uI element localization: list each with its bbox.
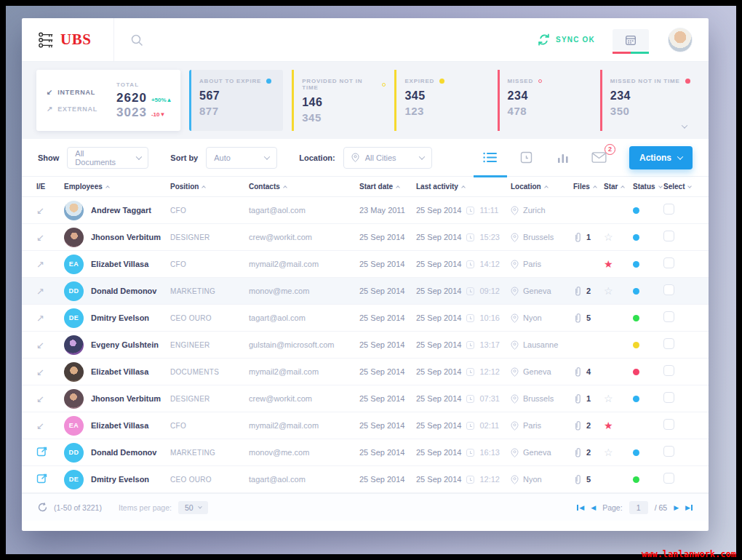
search-icon (130, 33, 143, 47)
column-header[interactable]: I/E (36, 183, 64, 191)
table-row[interactable]: ↙ Jhonson Verbitum DESIGNER crew@workit.… (22, 385, 709, 412)
actions-button[interactable]: Actions (629, 146, 693, 169)
clock-icon (466, 449, 474, 457)
stat-secondary-value: 877 (199, 105, 283, 117)
table-row[interactable]: ↙ EA Elizabet Villasa CFO mymail2@mail.c… (22, 412, 709, 439)
status-dot (633, 234, 639, 241)
table-row[interactable]: ↙ Jhonson Verbitum DESIGNER crew@workit.… (22, 224, 709, 251)
stat-block[interactable]: PROVIDED NOT IN TIME146345 (292, 70, 386, 131)
results-range: (1-50 of 3221) (54, 503, 102, 512)
last-page-button[interactable]: ▶ (685, 504, 693, 511)
stat-block[interactable]: MISSED NOT IN TIME234350 (600, 70, 694, 131)
ubs-logo[interactable]: UBS (38, 31, 113, 49)
position: MARKETING (170, 287, 249, 295)
table-row[interactable]: ↙ Andrew Taggart CFO tagart@aol.com 23 M… (22, 197, 709, 224)
column-header[interactable]: Employees (64, 183, 170, 191)
column-header[interactable]: Location (511, 183, 573, 191)
stat-secondary-value: 123 (404, 105, 488, 117)
schedule-view-tab[interactable] (508, 139, 545, 177)
row-checkbox[interactable] (663, 311, 674, 322)
clock-icon (466, 287, 474, 295)
row-checkbox[interactable] (663, 284, 674, 295)
chart-view-icon (557, 152, 569, 164)
top-header: UBS SYNC OK (22, 18, 709, 62)
column-header[interactable]: Select (663, 183, 694, 191)
table-row[interactable]: ↗ DE Dmitry Evelson CEO OURO tagart@aol.… (22, 305, 709, 332)
location-name: Geneva (523, 287, 551, 295)
table-row[interactable]: DD Donald Demonov MARKETING monov@me.com… (22, 439, 709, 466)
row-checkbox[interactable] (663, 257, 674, 268)
row-checkbox[interactable] (663, 365, 674, 376)
mail-tab[interactable]: 2 (581, 139, 618, 177)
column-header[interactable]: Contacts (249, 183, 359, 191)
column-header[interactable]: Star (604, 183, 633, 191)
internal-filter[interactable]: ↙ INTERNAL (47, 88, 97, 96)
star-toggle[interactable]: ★ (604, 259, 633, 269)
table-row[interactable]: ↗ EA Elizabet Villasa CFO mymail2@mail.c… (22, 251, 709, 278)
location-name: Brussels (523, 394, 554, 403)
external-filter[interactable]: ↗ EXTERNAL (47, 105, 97, 113)
chevron-down-icon (264, 153, 270, 159)
contact-email: mymail2@mail.com (249, 421, 359, 430)
start-date: 25 Sep 2014 (359, 394, 416, 403)
list-view-icon (483, 152, 497, 163)
table-row[interactable]: ↙ Evgeny Gulshtein ENGINEER gulstain@mic… (22, 332, 709, 359)
prev-page-button[interactable]: ◀ (591, 504, 596, 511)
internal-arrow-icon: ↙ (36, 367, 64, 377)
row-checkbox[interactable] (663, 204, 674, 215)
refresh-icon[interactable] (38, 503, 47, 512)
start-date: 25 Sep 2014 (359, 313, 416, 322)
items-per-page-select[interactable]: 50 (178, 501, 208, 514)
search-button[interactable] (130, 33, 143, 47)
column-label: Last activity (416, 183, 458, 191)
row-checkbox[interactable] (663, 419, 674, 430)
mail-icon (591, 152, 607, 163)
list-view-tab[interactable] (472, 139, 508, 177)
star-toggle[interactable]: ☆ (604, 232, 633, 242)
table-row[interactable]: DE Dmitry Evelson CEO OURO tagart@aol.co… (22, 466, 709, 493)
row-checkbox[interactable] (663, 446, 674, 457)
row-checkbox[interactable] (663, 392, 674, 403)
stat-block[interactable]: ABOUT TO EXPIRE567877 (189, 70, 283, 131)
page-input[interactable]: 1 (629, 501, 648, 514)
contact-email: crew@workit.com (249, 394, 359, 403)
stat-block[interactable]: MISSED234478 (498, 70, 591, 131)
activity-date: 25 Sep 2014 (416, 475, 461, 484)
next-page-button[interactable]: ▶ (674, 504, 679, 511)
star-toggle[interactable]: ☆ (604, 286, 633, 296)
row-checkbox[interactable] (663, 338, 674, 349)
stat-block[interactable]: EXPIRED345123 (394, 70, 488, 131)
location-pin-icon (351, 153, 359, 162)
column-header[interactable]: Status (633, 183, 663, 191)
row-checkbox[interactable] (663, 473, 674, 484)
sync-status[interactable]: SYNC OK (538, 33, 595, 46)
location-dropdown[interactable]: All Cities (343, 147, 432, 169)
avatar (64, 335, 84, 355)
table-row[interactable]: ↙ Elizabet Villasa DOCUMENTS mymail2@mai… (22, 359, 709, 385)
star-toggle[interactable]: ★ (604, 420, 633, 431)
location-value: All Cities (365, 153, 396, 162)
pagination: ◀ ◀ Page: 1 / 65 ▶ ▶ (577, 501, 693, 514)
chart-view-tab[interactable] (545, 139, 581, 177)
table-row[interactable]: ↗ DD Donald Demonov MARKETING monov@me.c… (22, 278, 709, 305)
star-toggle[interactable]: ☆ (604, 447, 633, 457)
internal-arrow-icon: ↙ (36, 205, 64, 216)
last-page-icon: ▶ (685, 504, 690, 511)
position: CEO OURO (170, 476, 249, 484)
sync-icon (538, 33, 550, 46)
column-header[interactable]: Files (573, 183, 604, 191)
column-header[interactable]: Start date (359, 183, 416, 191)
first-page-button[interactable]: ◀ (577, 504, 584, 511)
row-checkbox[interactable] (663, 231, 674, 241)
user-avatar[interactable] (668, 28, 693, 52)
location-label: Location: (299, 153, 335, 162)
contact-email: mymail2@mail.com (249, 367, 359, 376)
column-header[interactable]: Last activity (416, 183, 511, 191)
calendar-button[interactable] (613, 29, 649, 51)
sort-caret-icon (593, 185, 597, 190)
paperclip-icon (573, 420, 582, 431)
show-dropdown[interactable]: All Documents (67, 147, 148, 169)
star-toggle[interactable]: ☆ (604, 393, 633, 404)
sort-dropdown[interactable]: Auto (206, 147, 277, 169)
column-header[interactable]: Position (170, 183, 249, 191)
